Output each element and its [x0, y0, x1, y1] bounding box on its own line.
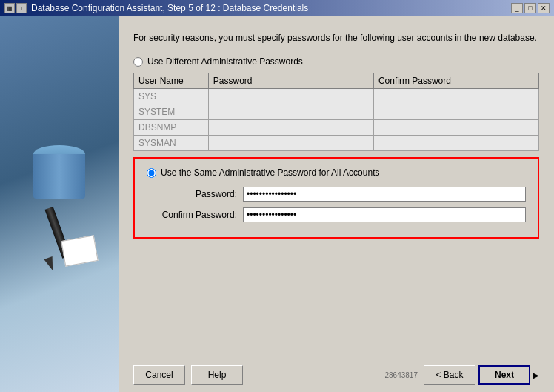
col-header-confirm: Confirm Password	[373, 73, 538, 89]
same-password-label: Use the Same Administrative Password for…	[161, 167, 379, 178]
cell-confirm-sys[interactable]	[373, 89, 538, 104]
confirm-password-input[interactable]	[243, 207, 526, 222]
same-password-section: Use the Same Administrative Password for…	[133, 157, 539, 239]
same-password-option[interactable]: Use the Same Administrative Password for…	[147, 167, 526, 178]
left-panel	[0, 16, 119, 392]
table-row: SYSTEM	[134, 104, 539, 120]
table-row: SYS	[134, 89, 539, 104]
col-header-password: Password	[208, 73, 373, 89]
step-info: 28643817	[385, 371, 418, 379]
description-text: For security reasons, you must specify p…	[133, 31, 539, 44]
bottom-bar: Cancel Help 28643817 < Back Next ▶	[133, 356, 539, 385]
next-arrow-icon: ▶	[533, 371, 539, 379]
title-bar: ▦ T Database Configuration Assistant, St…	[0, 0, 554, 16]
cancel-button[interactable]: Cancel	[133, 365, 185, 385]
close-button[interactable]: ✕	[538, 3, 550, 13]
cell-confirm-sysman[interactable]	[373, 136, 538, 151]
paper-icon	[61, 235, 98, 266]
pen-tip	[44, 256, 56, 271]
back-button[interactable]: < Back	[424, 365, 475, 385]
cell-password-sysman[interactable]	[208, 136, 373, 151]
database-illustration	[33, 145, 85, 205]
app-icon-2: T	[16, 3, 27, 13]
bottom-left-buttons: Cancel Help	[133, 365, 243, 385]
password-input[interactable]	[243, 187, 526, 202]
cell-username-sysman: SYSMAN	[134, 136, 209, 151]
cell-username-sys: SYS	[134, 89, 209, 104]
cell-username-dbsnmp: DBSNMP	[134, 120, 209, 136]
minimize-button[interactable]: _	[511, 3, 523, 13]
password-row: Password:	[147, 187, 526, 202]
app-icon-1: ▦	[4, 3, 15, 13]
cell-username-system: SYSTEM	[134, 104, 209, 120]
bottom-right-buttons: 28643817 < Back Next ▶	[385, 365, 540, 385]
password-label: Password:	[147, 189, 243, 199]
confirm-password-row: Confirm Password:	[147, 207, 526, 222]
different-passwords-radio[interactable]	[133, 57, 143, 67]
next-button[interactable]: Next	[478, 365, 530, 385]
different-passwords-label: Use Different Administrative Passwords	[147, 56, 303, 67]
left-panel-background	[0, 16, 119, 392]
maximize-button[interactable]: □	[524, 3, 536, 13]
table-row: SYSMAN	[134, 136, 539, 151]
window-title: Database Configuration Assistant, Step 5…	[31, 3, 308, 13]
main-content: For security reasons, you must specify p…	[0, 16, 554, 392]
col-header-username: User Name	[134, 73, 209, 89]
cell-password-system[interactable]	[208, 104, 373, 120]
table-row: DBSNMP	[134, 120, 539, 136]
cell-confirm-dbsnmp[interactable]	[373, 120, 538, 136]
confirm-password-label: Confirm Password:	[147, 210, 243, 220]
right-panel: For security reasons, you must specify p…	[119, 16, 554, 392]
cell-password-sys[interactable]	[208, 89, 373, 104]
cell-confirm-system[interactable]	[373, 104, 538, 120]
cell-password-dbsnmp[interactable]	[208, 120, 373, 136]
cylinder-body	[33, 154, 85, 199]
help-button[interactable]: Help	[191, 365, 243, 385]
same-password-radio[interactable]	[147, 168, 156, 178]
different-passwords-option[interactable]: Use Different Administrative Passwords	[133, 56, 539, 67]
accounts-table: User Name Password Confirm Password SYS …	[133, 73, 539, 151]
